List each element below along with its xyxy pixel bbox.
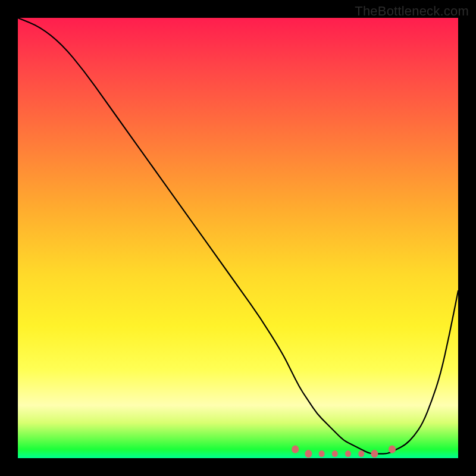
chart-plot-area bbox=[18, 18, 458, 458]
curve-marker bbox=[319, 450, 325, 457]
curve-marker bbox=[358, 450, 364, 457]
curve-marker bbox=[305, 450, 312, 458]
watermark-text: TheBottleneck.com bbox=[355, 4, 469, 19]
curve-marker bbox=[389, 446, 396, 453]
curve-marker bbox=[292, 446, 299, 453]
chart-svg bbox=[18, 18, 458, 458]
bottleneck-curve bbox=[18, 18, 458, 454]
curve-markers bbox=[292, 446, 396, 458]
curve-marker bbox=[345, 450, 351, 457]
chart-frame: TheBottleneck.com bbox=[0, 0, 476, 476]
curve-marker bbox=[332, 450, 338, 457]
curve-marker bbox=[371, 450, 378, 458]
